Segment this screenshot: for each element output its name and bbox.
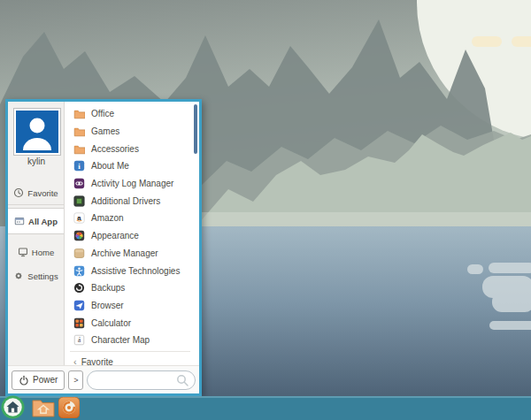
user-name: kylin xyxy=(8,157,65,166)
app-list-item[interactable]: iAbout Me xyxy=(65,157,192,175)
menu-sidebar: kylin FavoriteAll AppHomeSettings xyxy=(8,102,65,365)
sidebar-item-label: Home xyxy=(32,248,54,257)
folder-icon xyxy=(73,143,85,155)
taskbar-start-button[interactable] xyxy=(1,395,25,419)
app-list-item[interactable]: Assistive Technologies xyxy=(65,262,192,279)
app-list-item[interactable]: Office xyxy=(65,105,192,123)
activity-log-icon xyxy=(73,178,85,189)
clock-icon xyxy=(13,187,24,198)
archive-icon xyxy=(73,248,85,259)
app-list-item[interactable]: Appearance xyxy=(65,227,192,245)
chevron-right-icon: > xyxy=(73,376,78,385)
taskbar-file-manager-button[interactable] xyxy=(32,398,55,417)
backups-icon xyxy=(73,282,85,294)
sidebar-item-label: All App xyxy=(28,217,58,226)
start-home-icon xyxy=(1,395,25,419)
monitor-icon xyxy=(18,247,28,257)
horizon-haze xyxy=(195,212,531,226)
power-label: Power xyxy=(33,375,58,385)
assistive-icon xyxy=(73,265,85,277)
folder-home-icon xyxy=(32,398,55,417)
sidebar-item-label: Favorite xyxy=(27,188,58,198)
app-label: Assistive Technologies xyxy=(91,266,180,276)
sidebar-item-favorite[interactable]: Favorite xyxy=(8,184,64,202)
charmap-icon: á xyxy=(73,334,85,346)
app-list-item[interactable]: Activity Log Manager xyxy=(65,175,192,193)
app-list-item[interactable]: Calculator xyxy=(65,314,192,332)
power-more-button[interactable]: > xyxy=(68,370,83,390)
taskbar-browser-button[interactable] xyxy=(58,397,80,418)
drivers-icon xyxy=(73,195,85,207)
appearance-icon xyxy=(73,230,85,241)
app-label: About Me xyxy=(91,161,129,171)
search-icon xyxy=(176,374,189,387)
list-divider xyxy=(70,351,190,352)
browser-icon xyxy=(73,300,85,311)
sidebar-divider xyxy=(8,204,64,205)
app-label: Additional Drivers xyxy=(91,196,160,206)
app-list-item[interactable]: Accessories xyxy=(65,140,192,157)
app-list-item[interactable]: Games xyxy=(65,123,192,141)
start-menu: kylin FavoriteAll AppHomeSettings Office… xyxy=(5,99,202,396)
app-label: Activity Log Manager xyxy=(91,179,173,188)
menu-bottom-bar: Power > xyxy=(8,365,199,393)
folder-icon xyxy=(73,126,85,137)
app-label: Accessories xyxy=(91,144,139,154)
desktop: kylin FavoriteAll AppHomeSettings Office… xyxy=(0,0,531,420)
app-list-item[interactable]: aAmazon xyxy=(65,210,192,227)
app-list-item[interactable]: Archive Manager xyxy=(65,245,192,263)
sidebar-item-label: Settings xyxy=(27,271,58,281)
app-label: Office xyxy=(91,109,114,118)
avatar[interactable] xyxy=(14,109,60,155)
sidebar-item-settings[interactable]: Settings xyxy=(8,267,64,285)
gear-icon xyxy=(13,271,24,281)
calculator-icon xyxy=(73,317,85,329)
apps-icon xyxy=(14,216,25,226)
folder-icon xyxy=(73,108,85,119)
power-icon xyxy=(19,375,29,386)
amazon-icon: a xyxy=(73,212,85,224)
power-button[interactable]: Power xyxy=(12,370,65,390)
app-label: Browser xyxy=(91,301,124,310)
search-box xyxy=(87,370,196,390)
app-list-item[interactable]: Browser xyxy=(65,297,192,315)
app-label: Amazon xyxy=(91,213,124,223)
user-icon xyxy=(16,111,58,153)
taskbar xyxy=(0,396,531,420)
app-label: Calculator xyxy=(91,318,131,328)
app-list-item[interactable]: áCharacter Map xyxy=(65,332,192,349)
firefox-icon xyxy=(58,397,80,418)
app-label: Character Map xyxy=(91,335,150,345)
app-label: Appearance xyxy=(91,231,139,241)
about-me-icon: i xyxy=(73,160,85,172)
app-label: Games xyxy=(91,126,119,136)
app-list-scrollbar[interactable] xyxy=(194,104,197,154)
app-list-item[interactable]: Additional Drivers xyxy=(65,192,192,210)
sidebar-item-all-app[interactable]: All App xyxy=(8,208,64,234)
sidebar-item-home[interactable]: Home xyxy=(8,243,64,261)
app-list: OfficeGamesAccessoriesiAbout MeActivity … xyxy=(65,105,192,349)
app-label: Backups xyxy=(91,283,125,293)
app-label: Archive Manager xyxy=(91,248,158,258)
app-list-item[interactable]: Backups xyxy=(65,279,192,297)
